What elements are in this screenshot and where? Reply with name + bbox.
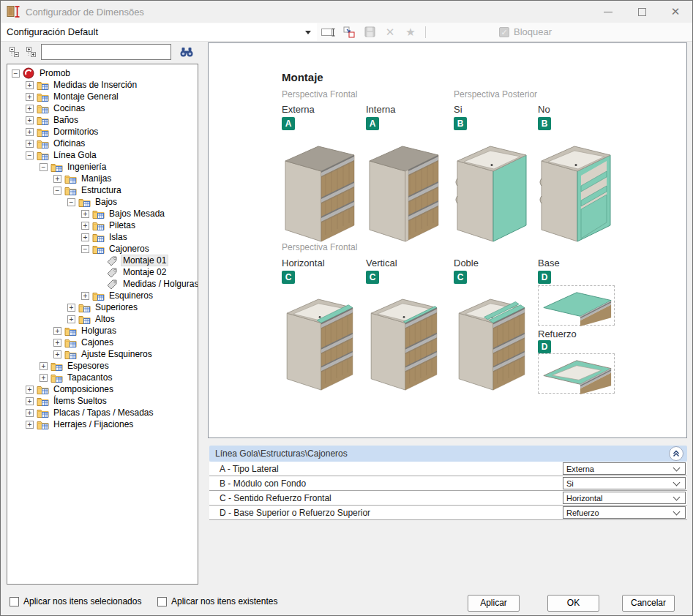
- tree-item-montaje-02[interactable]: Montaje 02: [7, 266, 198, 278]
- tree-item-medidas-de-inserci-n[interactable]: +Medidas de Inserción: [7, 79, 198, 91]
- expand-node-icon[interactable]: +: [40, 374, 48, 382]
- tree-item-superiores[interactable]: +Superiores: [7, 301, 198, 313]
- configuration-combobox[interactable]: Configuración Default: [1, 23, 317, 41]
- tree-item-estructura[interactable]: −Estructura: [7, 184, 198, 196]
- collapse-node-icon[interactable]: −: [26, 151, 34, 159]
- expand-node-icon[interactable]: +: [26, 116, 34, 124]
- expand-node-icon[interactable]: +: [53, 350, 61, 358]
- expand-node-icon[interactable]: +: [81, 292, 89, 300]
- tree-item-ba-os[interactable]: +Baños: [7, 114, 198, 126]
- rename-configuration-button[interactable]: [320, 24, 337, 40]
- expand-node-icon[interactable]: +: [81, 210, 89, 218]
- expand-node-icon[interactable]: +: [40, 362, 48, 370]
- tree-item-cajones[interactable]: +Cajones: [7, 337, 198, 348]
- close-button[interactable]: ✕: [659, 1, 692, 23]
- checkbox-unchecked-icon[interactable]: [10, 597, 19, 606]
- apply-selected-items-checkbox[interactable]: Aplicar nos itens selecionados: [10, 596, 141, 606]
- tree-item-cajoneros[interactable]: −Cajoneros: [7, 243, 198, 255]
- tree-item-composiciones[interactable]: +Composiciones: [7, 383, 198, 395]
- property-select-a-tipo-lateral[interactable]: Externa: [563, 462, 686, 475]
- collapse-panel-button[interactable]: [669, 446, 683, 461]
- tree-item-dormitorios[interactable]: +Dormitorios: [7, 126, 198, 138]
- expand-node-icon[interactable]: +: [53, 327, 61, 335]
- tree-item-bajos[interactable]: −Bajos: [7, 196, 198, 208]
- tree-item-tapacantos[interactable]: +Tapacantos: [7, 372, 198, 383]
- checkbox-unchecked-icon[interactable]: [157, 597, 167, 606]
- tree-item-label: Ítems Sueltos: [52, 396, 108, 406]
- tree-item-tems-sueltos[interactable]: +Ítems Sueltos: [7, 395, 198, 407]
- tree-item-manijas[interactable]: +Manijas: [7, 173, 198, 184]
- minimize-button[interactable]: [591, 1, 625, 23]
- expand-node-icon[interactable]: +: [53, 175, 61, 183]
- tree-item-herrajes-fijaciones[interactable]: +Herrajes / Fijaciones: [7, 418, 198, 430]
- property-select-b-m-dulo-con-fondo[interactable]: Si: [563, 477, 686, 489]
- tree-item-esquineros[interactable]: +Esquineros: [7, 290, 198, 301]
- expand-node-icon[interactable]: +: [26, 409, 34, 417]
- apply-selected-items-label: Aplicar nos itens selecionados: [23, 596, 141, 606]
- maximize-button[interactable]: [625, 1, 659, 23]
- tree-item-label: Montaje General: [52, 91, 120, 102]
- tree-item-medidas-holguras[interactable]: Medidas / Holguras: [7, 278, 198, 290]
- chevron-down-icon[interactable]: [673, 493, 681, 500]
- bloquear-checkbox-checked[interactable]: ✓: [499, 27, 509, 37]
- tree-item-montaje-general[interactable]: +Montaje General: [7, 91, 198, 102]
- tree-item-islas[interactable]: +Islas: [7, 231, 198, 243]
- collapse-node-icon[interactable]: −: [67, 198, 75, 206]
- delete-configuration-button[interactable]: ✕: [381, 24, 399, 40]
- apply-button[interactable]: Aplicar: [468, 595, 520, 612]
- tree-search-input[interactable]: [41, 44, 171, 60]
- collapse-node-icon[interactable]: −: [12, 70, 20, 78]
- save-configuration-button[interactable]: [361, 24, 378, 40]
- tree-item-piletas[interactable]: +Piletas: [7, 219, 198, 231]
- cancel-button[interactable]: Cancelar: [622, 595, 675, 612]
- expand-node-icon[interactable]: +: [26, 421, 34, 429]
- property-label: D - Base Superior o Refuerzo Superior: [209, 508, 370, 518]
- tree-item-holguras[interactable]: +Holguras: [7, 325, 198, 337]
- chevron-down-icon[interactable]: [673, 508, 681, 515]
- window-title: Configurador de Dimensões: [26, 7, 144, 18]
- expand-node-icon[interactable]: +: [26, 105, 34, 113]
- copy-configuration-button[interactable]: [340, 24, 358, 40]
- chevron-down-icon[interactable]: [673, 464, 681, 471]
- expand-node-icon[interactable]: +: [26, 386, 34, 394]
- tree-item-altos[interactable]: +Altos: [7, 313, 198, 325]
- expand-all-button[interactable]: [25, 45, 38, 59]
- tree-item-espesores[interactable]: +Espesores: [7, 360, 198, 372]
- tree-item-cocinas[interactable]: +Cocinas: [7, 102, 198, 114]
- expand-node-icon[interactable]: +: [26, 140, 34, 148]
- tree-item-placas-tapas-mesadas[interactable]: +Placas / Tapas / Mesadas: [7, 407, 198, 418]
- expand-node-icon[interactable]: +: [67, 304, 75, 312]
- property-select-d-base-superior-o-refuerzo-superior[interactable]: Refuerzo: [563, 506, 686, 519]
- collapse-node-icon[interactable]: −: [40, 163, 48, 171]
- expand-node-icon[interactable]: +: [81, 233, 89, 241]
- expand-node-icon[interactable]: +: [26, 93, 34, 101]
- search-binoculars-icon[interactable]: [178, 45, 195, 59]
- tree-item-ingenier-a[interactable]: −Ingeniería: [7, 161, 198, 173]
- favorite-configuration-button[interactable]: ★: [402, 24, 419, 40]
- collapse-node-icon[interactable]: −: [81, 245, 89, 253]
- tree-item-oficinas[interactable]: +Oficinas: [7, 138, 198, 149]
- property-select-c-sentido-refuerzo-frontal[interactable]: Horizontal: [563, 492, 686, 504]
- tree-item-ajuste-esquineros[interactable]: +Ajuste Esquineros: [7, 348, 198, 360]
- collapse-all-button[interactable]: [8, 45, 21, 59]
- chevron-down-icon[interactable]: [305, 31, 311, 34]
- expand-node-icon[interactable]: +: [26, 397, 34, 405]
- folder-icon: [92, 290, 105, 301]
- expand-node-icon[interactable]: +: [26, 81, 34, 89]
- tree-item-bajos-mesada[interactable]: +Bajos Mesada: [7, 208, 198, 219]
- folder-icon: [78, 301, 91, 313]
- tree-item-promob[interactable]: −Promob: [7, 67, 198, 79]
- tree-item-montaje-01[interactable]: Montaje 01: [7, 255, 198, 266]
- tree-item-l-nea-gola[interactable]: −Línea Gola: [7, 149, 198, 161]
- expand-node-icon[interactable]: +: [26, 128, 34, 136]
- bloquear-checkbox-wrap[interactable]: ✓ Bloquear: [499, 26, 552, 37]
- tree-item-label: Espesores: [66, 361, 110, 371]
- expand-node-icon[interactable]: +: [81, 222, 89, 230]
- expand-node-icon[interactable]: +: [53, 339, 61, 347]
- toolbar: Configuración Default: [1, 23, 692, 42]
- ok-button[interactable]: OK: [547, 595, 599, 612]
- expand-node-icon[interactable]: +: [67, 315, 75, 323]
- chevron-down-icon[interactable]: [673, 478, 681, 486]
- collapse-node-icon[interactable]: −: [53, 187, 61, 195]
- apply-existing-items-checkbox[interactable]: Aplicar nos itens existentes: [157, 596, 277, 606]
